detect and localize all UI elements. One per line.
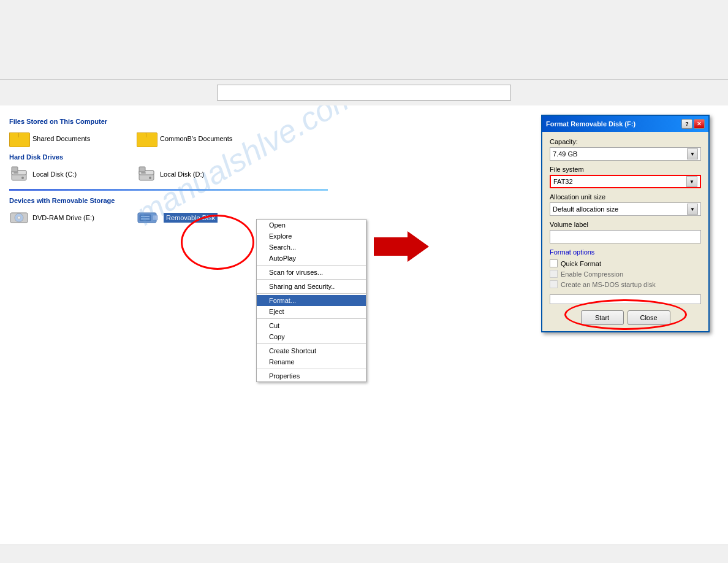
- folder-icon: [9, 130, 29, 147]
- dialog-buttons: Start Close: [550, 310, 701, 325]
- progress-bar: [550, 294, 701, 304]
- help-button[interactable]: ?: [681, 119, 692, 129]
- shared-docs-grid: Shared Documents CommonB's Documents: [9, 130, 328, 147]
- svg-point-3: [21, 177, 24, 179]
- dialog-close-title-button[interactable]: ✕: [694, 119, 705, 129]
- dvd-icon: [9, 209, 29, 226]
- removable-disk-label: Removable Disk: [164, 213, 218, 223]
- arrow-container: [374, 228, 429, 266]
- filesystem-dropdown[interactable]: FAT32 ▼: [550, 175, 701, 188]
- enable-compression-checkbox[interactable]: [550, 270, 558, 278]
- local-disk-c-item[interactable]: Local Disk (C:): [9, 166, 132, 183]
- context-autoplay[interactable]: AutoPlay: [257, 253, 366, 264]
- dialog-title: Format Removable Disk (F:): [546, 120, 635, 128]
- capacity-label: Capacity:: [550, 138, 701, 145]
- shared-docs-item[interactable]: Shared Documents: [9, 130, 132, 147]
- create-msdos-label: Create an MS-DOS startup disk: [561, 281, 656, 288]
- svg-rect-15: [153, 215, 157, 220]
- top-bar: [0, 0, 728, 80]
- capacity-value: 7.49 GB: [553, 150, 577, 158]
- volume-input[interactable]: [550, 230, 701, 243]
- hdd-icon-c: [9, 166, 29, 183]
- address-bar[interactable]: [217, 85, 511, 101]
- local-disk-d-item[interactable]: Local Disk (D:): [137, 166, 259, 183]
- hdd-icon-d: [137, 166, 156, 183]
- context-scan[interactable]: Scan for viruses...: [257, 267, 366, 278]
- context-cut[interactable]: Cut: [257, 320, 366, 331]
- ctx-sep-3: [257, 293, 366, 294]
- svg-point-8: [149, 177, 151, 179]
- context-explore[interactable]: Explore: [257, 231, 366, 242]
- filesystem-arrow: ▼: [686, 176, 697, 187]
- svg-rect-4: [13, 172, 18, 174]
- create-msdos-checkbox[interactable]: [550, 280, 558, 288]
- bottom-bar: [0, 545, 728, 563]
- quick-format-row: Quick Format: [550, 259, 701, 267]
- context-create-shortcut[interactable]: Create Shortcut: [257, 345, 366, 356]
- folder-icon-2: [137, 130, 156, 147]
- context-open[interactable]: Open: [257, 220, 366, 231]
- dialog-titlebar: Format Removable Disk (F:) ? ✕: [542, 116, 708, 132]
- files-stored-label: Files Stored on This Computer: [9, 118, 328, 125]
- ctx-sep-2: [257, 279, 366, 280]
- start-button[interactable]: Start: [581, 310, 624, 325]
- enable-compression-row: Enable Compression: [550, 270, 701, 278]
- context-properties[interactable]: Properties: [257, 370, 366, 381]
- dialog-body: Capacity: 7.49 GB ▼ File system FAT32 ▼ …: [542, 132, 708, 331]
- context-search[interactable]: Search...: [257, 242, 366, 253]
- allocation-arrow: ▼: [687, 204, 698, 215]
- ctx-sep-5: [257, 343, 366, 344]
- ctx-sep-4: [257, 318, 366, 319]
- hdd-label: Hard Disk Drives: [9, 153, 328, 161]
- common-docs-item[interactable]: CommonB's Documents: [137, 130, 259, 147]
- format-options-label: Format options: [550, 248, 701, 256]
- local-disk-c-label: Local Disk (C:): [32, 170, 77, 178]
- common-docs-label: CommonB's Documents: [160, 135, 232, 142]
- svg-rect-16: [140, 215, 151, 221]
- dvd-label: DVD-RAM Drive (E:): [32, 214, 94, 221]
- context-format[interactable]: Format...: [257, 295, 366, 306]
- left-panel: Files Stored on This Computer Shared Doc…: [0, 105, 337, 239]
- filesystem-value: FAT32: [553, 178, 573, 185]
- removable-disk-icon: [137, 209, 160, 226]
- svg-marker-19: [374, 231, 429, 262]
- ctx-sep-6: [257, 369, 366, 369]
- svg-rect-18: [141, 218, 150, 220]
- context-eject[interactable]: Eject: [257, 306, 366, 317]
- quick-format-label: Quick Format: [561, 260, 601, 267]
- address-bar-area: [0, 80, 728, 105]
- allocation-value: Default allocation size: [553, 205, 618, 213]
- context-copy[interactable]: Copy: [257, 331, 366, 342]
- allocation-dropdown[interactable]: Default allocation size ▼: [550, 202, 701, 216]
- enable-compression-label: Enable Compression: [561, 270, 623, 278]
- svg-point-13: [18, 217, 20, 218]
- capacity-dropdown[interactable]: 7.49 GB ▼: [550, 147, 701, 161]
- hdd-grid: Local Disk (C:) Local Disk (D:): [9, 166, 328, 183]
- close-button[interactable]: Close: [628, 310, 670, 325]
- svg-rect-9: [141, 172, 146, 174]
- dvd-drive-item[interactable]: DVD-RAM Drive (E:): [9, 209, 132, 226]
- allocation-label: Allocation unit size: [550, 193, 701, 201]
- capacity-arrow: ▼: [687, 148, 698, 159]
- svg-rect-7: [139, 167, 145, 172]
- ctx-sep-1: [257, 265, 366, 266]
- context-rename[interactable]: Rename: [257, 356, 366, 367]
- shared-docs-label: Shared Documents: [32, 135, 90, 142]
- titlebar-buttons: ? ✕: [681, 119, 705, 129]
- context-sharing[interactable]: Sharing and Security..: [257, 281, 366, 292]
- removable-label: Devices with Removable Storage: [9, 197, 328, 204]
- format-dialog: Format Removable Disk (F:) ? ✕ Capacity:…: [541, 115, 710, 332]
- svg-rect-17: [141, 216, 150, 217]
- context-menu: Open Explore Search... AutoPlay Scan for…: [256, 219, 366, 382]
- removable-disk-item[interactable]: Removable Disk: [137, 209, 259, 226]
- separator: [9, 189, 328, 191]
- quick-format-checkbox[interactable]: [550, 259, 558, 267]
- local-disk-d-label: Local Disk (D:): [160, 170, 204, 178]
- red-arrow-icon: [374, 228, 429, 265]
- create-msdos-row: Create an MS-DOS startup disk: [550, 280, 701, 288]
- volume-label: Volume label: [550, 221, 701, 228]
- svg-rect-2: [12, 167, 18, 172]
- filesystem-label: File system: [550, 166, 701, 173]
